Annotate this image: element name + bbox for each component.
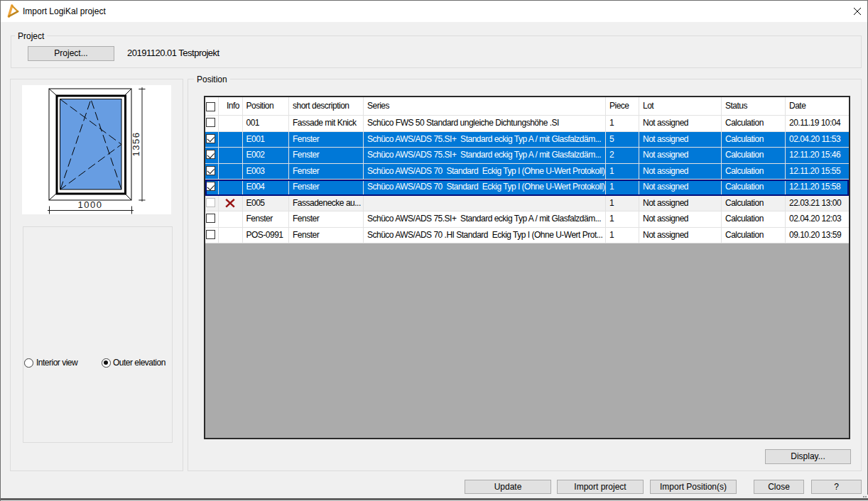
svg-text:1000: 1000 <box>78 199 103 210</box>
svg-text:1356: 1356 <box>131 132 141 157</box>
